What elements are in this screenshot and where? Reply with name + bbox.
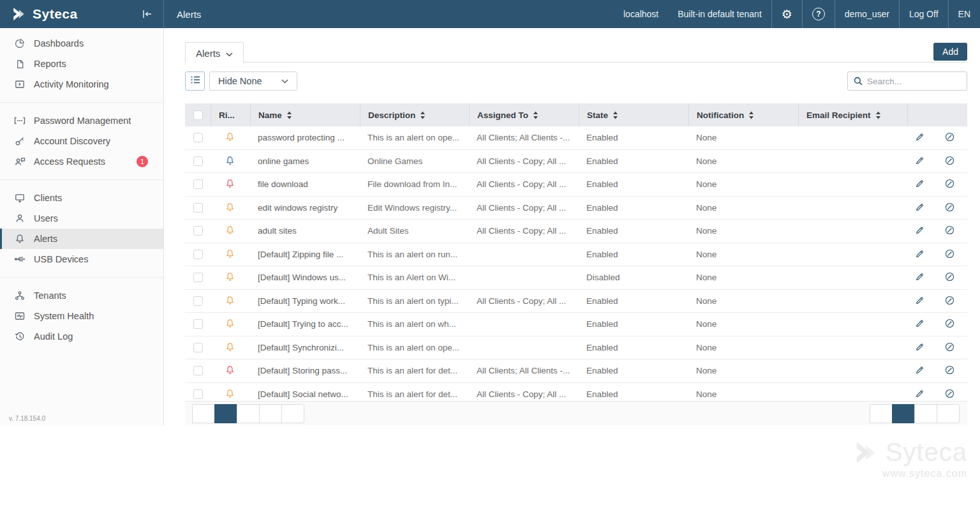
edit-button[interactable] — [915, 156, 924, 167]
language-switch[interactable]: EN — [948, 0, 980, 28]
page-size-button[interactable] — [281, 404, 304, 423]
table-row[interactable]: file download File download from In... A… — [185, 173, 967, 197]
duplicate-button[interactable] — [945, 319, 954, 329]
table-row[interactable]: online games Online Games All Clients - … — [185, 150, 967, 174]
duplicate-button[interactable] — [945, 296, 954, 306]
page-size-button[interactable] — [259, 404, 282, 423]
row-checkbox[interactable] — [193, 226, 203, 236]
edit-button[interactable] — [915, 179, 924, 190]
row-checkbox[interactable] — [193, 273, 203, 282]
sidebar-item[interactable]: USB Devices — [0, 249, 163, 269]
edit-button[interactable] — [915, 272, 924, 283]
table-row[interactable]: [Default] Storing pass... This is an ale… — [185, 359, 967, 383]
duplicate-button[interactable] — [945, 179, 954, 190]
row-checkbox[interactable] — [193, 179, 203, 189]
sidebar-item[interactable]: Password Management — [0, 110, 163, 131]
page-size-button[interactable] — [214, 404, 237, 423]
page-nav-button[interactable] — [937, 404, 960, 423]
column-risk[interactable]: Ri... — [211, 103, 250, 126]
edit-button[interactable] — [915, 319, 924, 329]
row-checkbox-cell — [185, 389, 211, 399]
table-row[interactable]: [Default] Social netwo... This is an ale… — [185, 383, 967, 402]
settings-button[interactable]: ⚙ — [771, 0, 802, 28]
edit-button[interactable] — [915, 389, 924, 400]
page-nav-button[interactable] — [870, 404, 893, 423]
select-all-checkbox[interactable] — [193, 110, 203, 120]
table-row[interactable]: adult sites Adult Sites All Clients - Co… — [185, 220, 967, 243]
risk-bell-icon — [225, 132, 236, 143]
sidebar-item[interactable]: Tenants — [0, 285, 163, 306]
page-size-button[interactable] — [192, 404, 215, 423]
page-nav-button[interactable] — [892, 404, 915, 423]
add-button[interactable]: Add — [933, 43, 967, 61]
table-row[interactable]: password protecting ... This is an alert… — [185, 126, 967, 150]
edit-button[interactable] — [915, 225, 924, 236]
duplicate-button[interactable] — [945, 272, 954, 283]
sort-icon[interactable] — [533, 111, 538, 119]
duplicate-button[interactable] — [945, 249, 954, 260]
current-user[interactable]: demo_user — [835, 0, 899, 28]
edit-button[interactable] — [915, 202, 924, 213]
table-row[interactable]: edit windows registry Edit Windows regis… — [185, 197, 967, 220]
sort-icon[interactable] — [420, 111, 426, 119]
row-checkbox[interactable] — [193, 343, 203, 352]
table-row[interactable]: [Default] Synchronizi... This is an aler… — [185, 336, 967, 360]
sidebar-item[interactable]: Dashboards — [0, 33, 163, 54]
table-row[interactable]: [Default] Zipping file ... This is an al… — [185, 243, 967, 267]
sidebar-item[interactable]: Reports — [0, 54, 163, 74]
page-nav-button[interactable] — [914, 404, 937, 423]
edit-button[interactable] — [915, 132, 924, 143]
sidebar-item[interactable]: System Health — [0, 306, 163, 326]
row-checkbox[interactable] — [193, 250, 203, 259]
view-options-button[interactable] — [185, 72, 205, 91]
sidebar-item[interactable]: Clients — [0, 188, 163, 208]
help-button[interactable]: ? — [802, 0, 835, 28]
edit-button[interactable] — [915, 249, 924, 260]
sidebar-group: Password Management Account Discovery Ac… — [0, 102, 163, 179]
table-row[interactable]: [Default] Typing work... This is an aler… — [185, 290, 967, 313]
table-row[interactable]: [Default] Trying to acc... This is an al… — [185, 313, 967, 336]
duplicate-button[interactable] — [945, 132, 954, 143]
column-assigned-to[interactable]: Assigned To — [469, 103, 579, 126]
row-checkbox[interactable] — [193, 156, 203, 166]
sidebar-collapse-icon[interactable] — [140, 7, 154, 21]
page-size-button[interactable] — [237, 404, 260, 423]
edit-button[interactable] — [915, 365, 924, 376]
duplicate-button[interactable] — [945, 156, 954, 167]
sidebar-item[interactable]: Activity Monitoring — [0, 74, 163, 94]
duplicate-button[interactable] — [945, 342, 954, 353]
log-off-button[interactable]: Log Off — [899, 0, 948, 28]
sidebar-item[interactable]: Account Discovery — [0, 131, 163, 151]
tab-alerts[interactable]: Alerts — [185, 42, 244, 63]
sidebar-item[interactable]: Audit Log — [0, 326, 163, 347]
column-state[interactable]: State — [579, 103, 688, 126]
column-email-recipient[interactable]: Email Recipient — [798, 103, 907, 126]
row-checkbox[interactable] — [193, 203, 203, 213]
sidebar-item[interactable]: Alerts — [0, 229, 163, 249]
sort-icon[interactable] — [286, 111, 292, 119]
duplicate-button[interactable] — [945, 202, 954, 213]
search-input[interactable] — [867, 77, 961, 86]
description-cell: This is an alert on typi... — [360, 296, 469, 306]
table-row[interactable]: [Default] Windows us... This is an Alert… — [185, 266, 967, 290]
row-checkbox[interactable] — [193, 133, 203, 142]
edit-button[interactable] — [915, 296, 924, 306]
row-checkbox[interactable] — [193, 389, 203, 399]
sidebar-item[interactable]: Access Requests 1 — [0, 151, 163, 172]
row-checkbox-cell — [185, 273, 211, 282]
duplicate-button[interactable] — [945, 365, 954, 376]
row-checkbox[interactable] — [193, 296, 203, 306]
sort-icon[interactable] — [748, 111, 754, 119]
duplicate-button[interactable] — [945, 225, 954, 236]
duplicate-button[interactable] — [945, 389, 954, 400]
sort-icon[interactable] — [875, 111, 881, 119]
column-description[interactable]: Description — [360, 103, 469, 126]
hide-filter-dropdown[interactable]: Hide None — [209, 72, 297, 91]
column-name[interactable]: Name — [250, 103, 360, 126]
sidebar-item[interactable]: Users — [0, 208, 163, 229]
row-checkbox[interactable] — [193, 319, 203, 329]
edit-button[interactable] — [915, 342, 924, 353]
sort-icon[interactable] — [612, 111, 618, 119]
row-checkbox[interactable] — [193, 366, 203, 375]
column-notification[interactable]: Notification — [688, 103, 798, 126]
